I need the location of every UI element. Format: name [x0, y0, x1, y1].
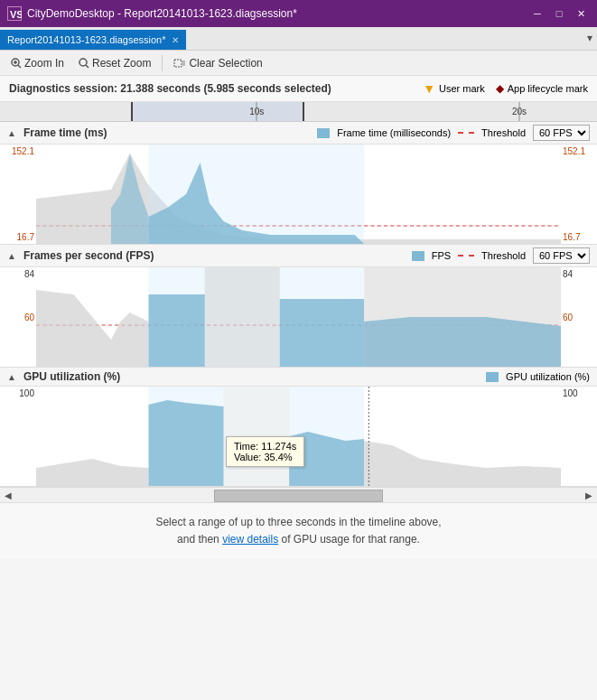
app-lifecycle-label: App lifecycle mark — [508, 83, 588, 94]
fps-header: ▲ Frames per second (FPS) FPS Threshold … — [0, 245, 597, 267]
timeline-ruler: 10s 20s — [0, 102, 597, 122]
report-tab[interactable]: Report20141013-1623.diagsession* ✕ — [0, 30, 186, 50]
scroll-track[interactable] — [16, 488, 581, 502]
zoom-in-icon — [11, 58, 22, 69]
svg-rect-8 — [174, 60, 182, 67]
svg-marker-28 — [364, 317, 561, 367]
user-mark-icon: ▼ — [423, 81, 435, 96]
fps-svg — [36, 267, 561, 367]
timeline-scrollbar: ◀ ▶ — [0, 487, 597, 503]
tab-dropdown-icon[interactable]: ▾ — [583, 26, 597, 50]
legend: ▼ User mark ◆ App lifecycle mark — [423, 81, 588, 96]
bottom-line2-prefix: and then — [177, 533, 222, 546]
gpu-yaxis-left: 100 0 — [0, 387, 36, 486]
fps-legend-label: FPS — [432, 250, 451, 261]
selection-range — [131, 102, 304, 121]
tab-close-icon[interactable]: ✕ — [172, 35, 179, 45]
ft-ymin-right: 16.7 — [563, 232, 595, 242]
frame-time-legend-label: Frame time (milliseconds) — [337, 127, 451, 138]
fps-color-box — [412, 251, 424, 261]
fps-yaxis-right: 84 60 0 — [561, 267, 597, 367]
clear-selection-button[interactable]: Clear Selection — [168, 55, 267, 71]
frame-time-svg — [36, 145, 561, 244]
gpu-yaxis-right: 100 0 — [561, 387, 597, 486]
vs-icon: VS — [7, 6, 22, 21]
window-title: CityDemoDesktop - Report20141013-1623.di… — [27, 7, 528, 20]
gpu-chart: 100 0 100 0 Time: 11.274s Valu — [0, 387, 597, 486]
threshold-label-fps: Threshold — [481, 250, 526, 261]
bottom-line2-suffix: of GPU usage for that range. — [278, 533, 420, 546]
svg-rect-24 — [149, 294, 205, 367]
fps-title: Frames per second (FPS) — [23, 249, 405, 262]
zoom-in-button[interactable]: Zoom In — [5, 55, 70, 71]
maximize-button[interactable]: □ — [550, 5, 568, 23]
frame-time-color-box — [317, 128, 330, 138]
svg-line-3 — [18, 65, 21, 68]
scroll-thumb[interactable] — [214, 490, 384, 502]
fps-ymid-label: 60 — [2, 313, 34, 322]
frame-time-yaxis-left: 152.1 16.7 — [0, 145, 36, 244]
gpu-svg — [36, 387, 561, 486]
reset-zoom-label: Reset Zoom — [92, 57, 151, 70]
frame-time-header: ▲ Frame time (ms) Frame time (millisecon… — [0, 122, 597, 145]
fps-chart: 84 60 0 84 60 0 — [0, 267, 597, 367]
app-lifecycle-icon: ◆ — [496, 82, 504, 95]
gpu-ymax-label: 100 — [2, 388, 34, 398]
fps-ymax-label: 84 — [2, 269, 34, 279]
fps-legend: FPS Threshold 60 FPS 30 FPS — [412, 247, 590, 264]
reset-zoom-button[interactable]: Reset Zoom — [73, 55, 156, 71]
title-bar: VS CityDemoDesktop - Report20141013-1623… — [0, 0, 597, 27]
svg-text:VS: VS — [10, 9, 22, 20]
info-bar: Diagnostics session: 21.388 seconds (5.9… — [0, 76, 597, 102]
bottom-info-panel: Select a range of up to three seconds in… — [0, 503, 597, 559]
ft-ymin-label: 16.7 — [2, 232, 34, 242]
tab-label: Report20141013-1623.diagsession* — [7, 34, 166, 45]
fps-ymid-right: 60 — [563, 313, 595, 322]
fps-collapse-icon[interactable]: ▲ — [7, 251, 16, 261]
view-details-link[interactable]: view details — [222, 533, 278, 546]
gpu-legend-label: GPU utilization (%) — [506, 371, 590, 382]
toolbar: Zoom In Reset Zoom Clear Selection — [0, 51, 597, 76]
scroll-left-arrow[interactable]: ◀ — [0, 487, 16, 503]
svg-line-7 — [86, 65, 89, 68]
app-lifecycle-legend: ◆ App lifecycle mark — [496, 82, 588, 95]
frame-time-legend: Frame time (milliseconds) Threshold 60 F… — [317, 125, 590, 141]
ft-ymax-label: 152.1 — [2, 146, 34, 156]
svg-rect-32 — [224, 387, 290, 486]
fps-section: ▲ Frames per second (FPS) FPS Threshold … — [0, 245, 597, 368]
fps-select-ft[interactable]: 60 FPS 30 FPS — [533, 125, 590, 141]
window-controls: ─ □ ✕ — [528, 5, 590, 23]
gpu-title: GPU utilization (%) — [23, 370, 479, 383]
frame-time-collapse-icon[interactable]: ▲ — [7, 128, 16, 138]
minimize-button[interactable]: ─ — [528, 5, 546, 23]
frame-time-section: ▲ Frame time (ms) Frame time (millisecon… — [0, 122, 597, 245]
frame-time-yaxis-right: 152.1 16.7 — [561, 145, 597, 244]
svg-rect-25 — [280, 299, 364, 367]
user-mark-label: User mark — [439, 83, 485, 94]
tab-bar: Report20141013-1623.diagsession* ✕ ▾ — [0, 27, 597, 51]
close-button[interactable]: ✕ — [572, 5, 590, 23]
fps-yaxis-left: 84 60 0 — [0, 267, 36, 367]
gpu-ymax-right: 100 — [563, 388, 595, 398]
ft-ymax-right: 152.1 — [563, 146, 595, 156]
gpu-section: ▲ GPU utilization (%) GPU utilization (%… — [0, 368, 597, 487]
svg-point-6 — [79, 59, 87, 66]
threshold-line-fps — [458, 255, 474, 257]
gpu-collapse-icon[interactable]: ▲ — [7, 372, 16, 382]
frame-time-chart: 152.1 16.7 152.1 16.7 — [0, 145, 597, 244]
session-info: Diagnostics session: 21.388 seconds (5.9… — [9, 82, 331, 95]
frame-time-title: Frame time (ms) — [23, 126, 310, 139]
toolbar-separator — [162, 55, 163, 71]
zoom-in-label: Zoom In — [24, 57, 64, 70]
clear-selection-icon — [173, 58, 186, 69]
gpu-legend: GPU utilization (%) — [486, 371, 590, 382]
fps-ymax-right: 84 — [563, 269, 595, 279]
bottom-line1-text: Select a range of up to three seconds in… — [155, 516, 441, 528]
bottom-text-line1: Select a range of up to three seconds in… — [18, 514, 579, 531]
scroll-right-arrow[interactable]: ▶ — [581, 487, 597, 503]
gpu-color-box — [486, 372, 499, 382]
gpu-header: ▲ GPU utilization (%) GPU utilization (%… — [0, 368, 597, 387]
fps-select-fps[interactable]: 60 FPS 30 FPS — [533, 247, 590, 264]
user-mark-legend: ▼ User mark — [423, 81, 485, 96]
bottom-text-line2: and then view details of GPU usage for t… — [18, 531, 579, 548]
